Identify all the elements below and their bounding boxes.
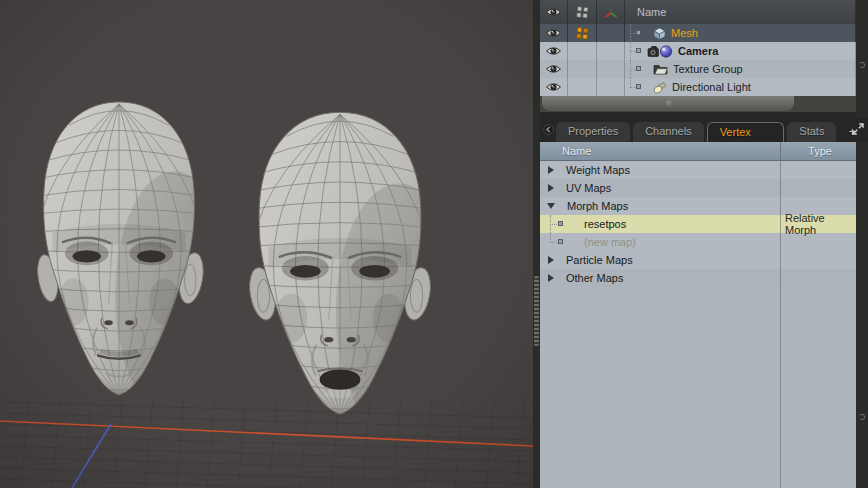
panel-splitter[interactable] xyxy=(533,0,540,488)
vm-type-cell xyxy=(780,179,856,197)
vm-row-weight-maps[interactable]: Weight Maps xyxy=(540,161,856,179)
eye-icon xyxy=(546,82,561,92)
collapse-handle-icon[interactable] xyxy=(666,100,673,107)
camera-icon xyxy=(647,44,673,58)
render-toggle[interactable] xyxy=(568,42,597,60)
expander-collapsed-icon[interactable] xyxy=(548,184,554,192)
vm-row-label: Weight Maps xyxy=(566,164,630,176)
eye-icon xyxy=(546,7,561,17)
name-column-header[interactable]: Name xyxy=(625,0,856,24)
item-label: Camera xyxy=(678,45,718,57)
tree-connector xyxy=(540,215,584,233)
vm-row-resetpos[interactable]: resetpos Relative Morph xyxy=(540,215,856,233)
viewport-canvas xyxy=(0,0,533,488)
render-toggle-icon xyxy=(576,6,589,19)
3d-viewport[interactable] xyxy=(0,0,533,488)
item-row-texture-group[interactable]: Texture Group xyxy=(540,60,856,78)
vm-row-new-map[interactable]: (new map) xyxy=(540,233,856,251)
render-toggle[interactable] xyxy=(568,24,597,42)
lock-toggle[interactable] xyxy=(597,42,625,60)
vm-row-label: resetpos xyxy=(584,218,626,230)
item-row-mesh[interactable]: Mesh xyxy=(540,24,856,42)
item-name-cell: Directional Light xyxy=(625,78,856,96)
axis-icon xyxy=(604,6,618,19)
vm-row-uv-maps[interactable]: UV Maps xyxy=(540,179,856,197)
vm-row-label: Particle Maps xyxy=(566,254,633,266)
texture-group-icon xyxy=(653,63,668,75)
visibility-toggle[interactable] xyxy=(540,78,568,96)
visibility-column-header[interactable] xyxy=(540,0,568,24)
expander-collapsed-icon[interactable] xyxy=(548,274,554,282)
item-list-header: Name xyxy=(540,0,856,24)
vm-type-column-header[interactable]: Type xyxy=(780,142,859,160)
lock-column-header[interactable] xyxy=(597,0,625,24)
tab-overflow-icon xyxy=(543,124,554,135)
scroll-nub-icon xyxy=(859,62,865,68)
viewport-vignette xyxy=(0,0,533,488)
expander-collapsed-icon[interactable] xyxy=(548,256,554,264)
scroll-nub-icon xyxy=(859,414,865,420)
render-toggle[interactable] xyxy=(568,60,597,78)
item-label: Mesh xyxy=(671,27,698,39)
eye-icon xyxy=(546,46,561,56)
expand-panel-button[interactable] xyxy=(852,123,864,137)
tab-properties[interactable]: Properties xyxy=(556,122,630,142)
expander-expanded-icon[interactable] xyxy=(547,203,555,209)
vm-row-label: UV Maps xyxy=(566,182,611,194)
expand-arrows-icon xyxy=(852,123,864,135)
visibility-toggle[interactable] xyxy=(540,24,568,42)
visibility-toggle[interactable] xyxy=(540,42,568,60)
vm-row-particle-maps[interactable]: Particle Maps xyxy=(540,251,856,269)
lock-toggle[interactable] xyxy=(597,60,625,78)
tree-connector xyxy=(540,233,584,251)
render-toggle-on-icon xyxy=(576,27,589,40)
item-row-camera[interactable]: Camera xyxy=(540,42,856,60)
render-toggle[interactable] xyxy=(568,78,597,96)
mesh-cube-icon xyxy=(653,27,666,40)
item-label: Directional Light xyxy=(672,81,751,93)
app-window: Name Mesh xyxy=(0,0,868,488)
vm-row-label: (new map) xyxy=(584,236,636,248)
expander-collapsed-icon[interactable] xyxy=(548,166,554,174)
vertex-maps-scrollbar-track[interactable] xyxy=(856,142,868,488)
vm-row-label: Other Maps xyxy=(566,272,623,284)
tree-connector xyxy=(627,24,645,42)
item-label: Texture Group xyxy=(673,63,743,75)
item-name-cell: Camera xyxy=(625,42,856,60)
vm-row-label: Morph Maps xyxy=(567,200,628,212)
eye-icon xyxy=(546,64,561,74)
vertex-maps-header: Name Type xyxy=(540,142,859,161)
splitter-grip-icon[interactable] xyxy=(534,276,539,346)
directional-light-icon xyxy=(653,81,667,94)
vm-type-cell xyxy=(780,161,856,179)
tree-connector xyxy=(627,78,645,96)
vm-type-cell xyxy=(780,269,856,287)
tab-overflow-button[interactable] xyxy=(543,124,554,137)
vm-row-other-maps[interactable]: Other Maps xyxy=(540,269,856,287)
lock-toggle[interactable] xyxy=(597,24,625,42)
tab-stats[interactable]: Stats xyxy=(787,122,836,142)
vm-name-column-header[interactable]: Name xyxy=(540,142,780,160)
vm-type-cell xyxy=(780,251,856,269)
item-name-cell: Mesh xyxy=(625,24,856,42)
visibility-toggle[interactable] xyxy=(540,60,568,78)
right-panel: Name Mesh xyxy=(540,0,868,488)
item-name-cell: Texture Group xyxy=(625,60,856,78)
panel-tab-bar: Properties Channels Vertex Maps Stats + xyxy=(540,118,868,142)
lock-toggle[interactable] xyxy=(597,78,625,96)
item-list-footer xyxy=(540,96,856,112)
tab-channels[interactable]: Channels xyxy=(633,122,703,142)
item-list-panel: Name Mesh xyxy=(540,0,856,96)
vertex-maps-empty-area xyxy=(540,287,856,488)
tree-connector xyxy=(627,60,645,78)
render-column-header[interactable] xyxy=(568,0,597,24)
vertex-maps-panel: Name Type Weight Maps UV Maps Morph Map xyxy=(540,142,868,488)
item-list-scrollbar-track[interactable] xyxy=(856,0,868,118)
tab-vertex-maps[interactable]: Vertex Maps xyxy=(707,122,785,142)
item-row-directional-light[interactable]: Directional Light xyxy=(540,78,856,96)
item-list-collapse-bar[interactable] xyxy=(542,96,794,111)
vertex-maps-rows: Weight Maps UV Maps Morph Maps xyxy=(540,161,856,287)
tree-connector xyxy=(627,42,645,60)
eye-icon xyxy=(546,28,561,38)
vm-type-cell: Relative Morph xyxy=(780,215,856,233)
